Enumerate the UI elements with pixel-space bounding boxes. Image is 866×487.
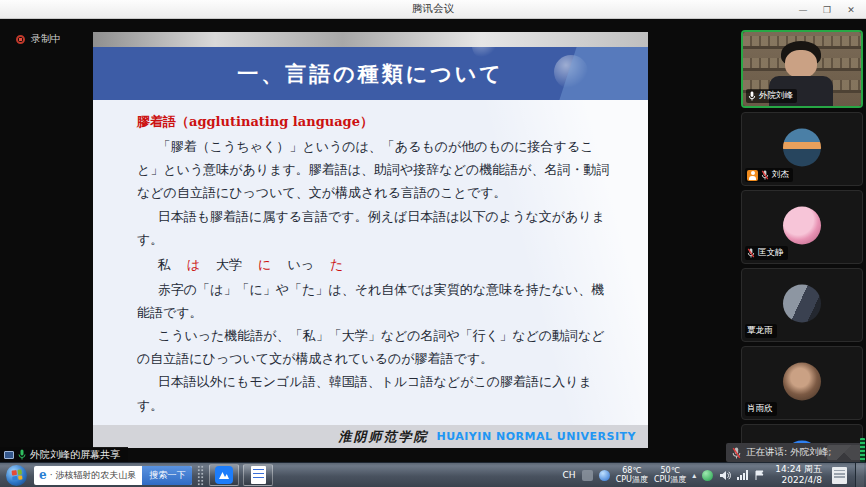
slide-body: 膠着語（agglutinating language） 「膠着（こうちゃく）」と… bbox=[93, 100, 648, 425]
share-banner-label: 外院刘峰的屏幕共享 bbox=[30, 448, 120, 462]
meeting-content-area: 录制中 一、言語の種類について 膠着語（agglutinating langua… bbox=[0, 19, 866, 462]
clock-date: 2022/4/8 bbox=[782, 475, 822, 485]
recording-indicator: 录制中 bbox=[16, 32, 61, 46]
university-calligraphy-logo: 淮阴师范学院 bbox=[338, 428, 428, 446]
mic-on-icon bbox=[748, 91, 756, 101]
system-tray: CH 68℃ CPU温度 50℃ CPU温度 ▴ 14:24 周五 2022/4… bbox=[563, 463, 866, 487]
participant-name-badge: 覃龙雨 bbox=[745, 324, 777, 338]
participant-name-badge: 刘杰 bbox=[745, 168, 793, 182]
example-token: 大学 bbox=[216, 257, 242, 272]
language-indicator[interactable]: CH bbox=[563, 470, 576, 480]
university-english-name: HUAIYIN NORMAL UNIVERSITY bbox=[436, 430, 636, 443]
windows-logo-icon bbox=[11, 470, 22, 481]
participant-name: 肖雨欣 bbox=[747, 403, 773, 415]
taskbar-clock[interactable]: 14:24 周五 2022/4/8 bbox=[771, 464, 826, 487]
participant-name: 刘杰 bbox=[772, 169, 789, 181]
participant-avatar bbox=[783, 284, 821, 322]
participant-tile[interactable]: 匡文静 bbox=[741, 190, 863, 264]
speaking-toast: 正在讲话: 外院刘峰; bbox=[726, 443, 865, 462]
member-badge-icon bbox=[747, 170, 758, 181]
water-droplet-decoration bbox=[472, 47, 498, 59]
participant-tile[interactable]: 刘杰 bbox=[741, 112, 863, 186]
example-token-particle: に bbox=[258, 257, 271, 272]
mic-muted-icon bbox=[761, 170, 769, 180]
participant-name: 覃龙雨 bbox=[747, 325, 773, 337]
cpu-temperature-widget[interactable]: 50℃ CPU温度 bbox=[654, 466, 686, 484]
document-icon bbox=[251, 466, 266, 484]
cpu-temp-label: CPU温度 bbox=[616, 475, 648, 484]
slide-paragraph: 日本語以外にもモンゴル語、韓国語、トルコ語などがこの膠着語に入ります。 bbox=[137, 370, 612, 416]
slide-top-strip bbox=[93, 32, 648, 47]
screen-share-banner: 外院刘峰的屏幕共享 bbox=[0, 447, 128, 462]
example-token: いっ bbox=[287, 257, 314, 272]
action-center-flag-icon[interactable] bbox=[754, 470, 765, 481]
participant-name-badge: 外院刘峰 bbox=[746, 89, 797, 103]
recording-dot-icon bbox=[16, 35, 25, 44]
participant-name-badge: 匡文静 bbox=[745, 246, 788, 260]
search-button[interactable]: 搜索一下 bbox=[142, 466, 192, 485]
cpu-temp-value: 68℃ bbox=[622, 466, 641, 475]
tray-app-icon[interactable] bbox=[702, 470, 713, 481]
tencent-meeting-icon bbox=[215, 466, 233, 484]
participant-name: 匡文静 bbox=[758, 247, 784, 259]
shared-screen-slide: 一、言語の種類について 膠着語（agglutinating language） … bbox=[93, 32, 648, 448]
slide-paragraph: 「膠着（こうちゃく）」というのは、「あるものが他のものに接合すること」という意味… bbox=[137, 135, 612, 204]
tray-overflow-caret-icon[interactable]: ▴ bbox=[692, 471, 696, 480]
participant-name: 外院刘峰 bbox=[759, 90, 793, 102]
slide-paragraph: 日本語も膠着語に属する言語です。例えば日本語は以下のような文があります。 bbox=[137, 205, 612, 251]
tray-app-icon[interactable] bbox=[582, 470, 593, 481]
taskbar-search-widget[interactable]: e · 涉核辐射的农夫山泉 搜索一下 bbox=[34, 466, 192, 485]
participant-tile[interactable]: 肖雨欣 bbox=[741, 346, 863, 420]
cpu-temperature-widget[interactable]: 68℃ CPU温度 bbox=[616, 466, 648, 484]
participant-tile[interactable]: 外院刘峰 bbox=[741, 30, 863, 108]
participant-avatar bbox=[783, 128, 821, 166]
logo-watermark bbox=[827, 445, 861, 460]
windows-taskbar: e · 涉核辐射的农夫山泉 搜索一下 CH 68℃ CPU温度 50℃ CPU温… bbox=[0, 462, 866, 487]
example-token-particle: は bbox=[187, 257, 200, 272]
example-token-particle: た bbox=[330, 257, 343, 272]
slide-paragraph: こういった機能語が、「私」「大学」などの名詞や「行く」などの動詞などの自立語にひ… bbox=[137, 324, 612, 370]
mic-muted-icon bbox=[747, 248, 755, 258]
mic-muted-icon bbox=[732, 447, 741, 459]
tencent-meeting-taskbar-button[interactable] bbox=[209, 464, 239, 486]
show-desktop-button[interactable] bbox=[855, 463, 864, 487]
start-button[interactable] bbox=[6, 465, 27, 486]
speaker-icon[interactable] bbox=[719, 470, 731, 481]
example-token: 私 bbox=[158, 257, 171, 272]
document-app-taskbar-button[interactable] bbox=[243, 464, 273, 486]
participant-figure bbox=[785, 50, 817, 78]
ie-icon: e bbox=[34, 468, 50, 482]
tray-app-icon[interactable] bbox=[599, 470, 610, 481]
slide-paragraph: 赤字の「は」「に」や「た」は、それ自体では実質的な意味を持たない、機能語です。 bbox=[137, 278, 612, 324]
notes-app-icon[interactable] bbox=[832, 467, 847, 484]
cpu-temp-value: 50℃ bbox=[660, 466, 679, 475]
screen-share-icon bbox=[4, 451, 14, 459]
speaking-toast-text: 正在讲话: 外院刘峰; bbox=[746, 446, 831, 459]
maximize-button[interactable]: ❐ bbox=[816, 2, 838, 18]
slide-footer: 淮阴师范学院 HUAIYIN NORMAL UNIVERSITY bbox=[93, 425, 648, 448]
recording-label: 录制中 bbox=[31, 32, 61, 46]
minimize-button[interactable]: — bbox=[792, 2, 814, 18]
mountain-logo-icon bbox=[218, 470, 230, 480]
slide-example-sentence: 私は大学にいった bbox=[158, 253, 612, 276]
window-controls: — ❐ ✕ bbox=[792, 0, 862, 19]
slide-title: 一、言語の種類について bbox=[237, 60, 503, 88]
slide-title-band: 一、言語の種類について bbox=[93, 47, 648, 100]
taskbar-grip-handle[interactable] bbox=[197, 465, 204, 486]
network-signal-icon[interactable] bbox=[737, 470, 748, 480]
participant-avatar bbox=[783, 362, 821, 400]
close-button[interactable]: ✕ bbox=[840, 2, 862, 18]
participant-sidebar: 外院刘峰 刘杰 匡 bbox=[741, 30, 863, 462]
participant-tile[interactable]: 覃龙雨 bbox=[741, 268, 863, 342]
audio-level-meter bbox=[860, 438, 865, 462]
cpu-temp-label: CPU温度 bbox=[654, 475, 686, 484]
clock-time: 14:24 周五 bbox=[775, 464, 822, 474]
search-suggestion-text: · 涉核辐射的农夫山泉 bbox=[50, 469, 143, 482]
mic-on-icon bbox=[18, 449, 26, 460]
participant-name-badge: 肖雨欣 bbox=[745, 402, 777, 416]
window-titlebar: 腾讯会议 — ❐ ✕ bbox=[0, 0, 866, 19]
window-title: 腾讯会议 bbox=[0, 2, 866, 16]
slide-heading: 膠着語（agglutinating language） bbox=[137, 110, 612, 133]
participant-avatar bbox=[783, 206, 821, 244]
